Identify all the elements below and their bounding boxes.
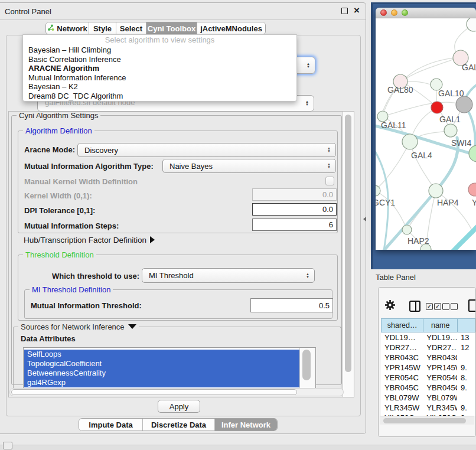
mi-steps-field[interactable]: 6 — [252, 219, 337, 231]
table-cell[interactable]: YBR045C — [381, 383, 423, 393]
network-node[interactable] — [468, 183, 476, 196]
table-cell[interactable]: YDR27… — [423, 343, 457, 353]
algorithm-option[interactable]: Bayesian – K2 — [23, 82, 296, 92]
network-edge[interactable] — [410, 142, 436, 191]
list-scrollbar-thumb[interactable] — [302, 350, 311, 380]
table-row[interactable]: YER054CYER054C8. — [381, 373, 475, 383]
tab-style[interactable]: Style — [89, 22, 116, 34]
network-canvas[interactable]: GALGAL80GAL10GAL11GAL1SWI4GAL4GCY1HAP4YH… — [376, 18, 476, 250]
table-row[interactable]: YBL079WYBL079W — [381, 393, 475, 403]
list-scrollbar[interactable] — [299, 348, 315, 390]
table-cell[interactable]: YER054C — [381, 373, 423, 383]
network-edge[interactable] — [402, 57, 459, 81]
deselect-all-icon[interactable] — [442, 303, 449, 310]
table-cell[interactable]: YDL19… — [381, 332, 423, 343]
deselect-all-icon[interactable] — [451, 303, 458, 310]
mi-type-combobox[interactable]: Naive Bayes ▲▼ — [162, 159, 336, 173]
column-header[interactable]: name — [423, 318, 457, 332]
settings-vertical-scrollbar[interactable] — [343, 112, 354, 397]
column-selector-icon[interactable] — [409, 301, 420, 312]
tab-impute-data[interactable]: Impute Data — [79, 419, 143, 431]
settings-hscrollbar-thumb[interactable] — [11, 389, 297, 395]
close-icon[interactable]: × — [354, 5, 360, 17]
network-edge[interactable] — [376, 142, 410, 191]
hub-definition-toggle[interactable]: Hub/Transcription Factor Definition — [24, 236, 155, 244]
aracne-mode-combobox[interactable]: Discovery ▲▼ — [77, 143, 336, 157]
data-attribute-item[interactable]: SelfLoops — [24, 350, 300, 359]
column-header[interactable] — [457, 318, 475, 332]
zoom-traffic-light-icon[interactable] — [402, 9, 408, 16]
table-cell[interactable]: 8. — [457, 373, 475, 383]
network-node[interactable] — [376, 185, 380, 196]
table-cell[interactable]: YPR145W — [423, 363, 457, 373]
table-cell[interactable]: YER054C — [423, 373, 457, 383]
table-cell[interactable]: YLR345W — [381, 403, 423, 413]
network-edge[interactable] — [450, 227, 476, 250]
apply-button[interactable]: Apply — [158, 400, 200, 413]
column-header[interactable]: shared… — [381, 318, 423, 332]
network-view-window[interactable]: GALGAL80GAL10GAL11GAL1SWI4GAL4GCY1HAP4YH… — [376, 8, 476, 250]
table-cell[interactable]: YLR345W — [423, 403, 457, 413]
table-row[interactable]: YDR27…YDR27…12 — [381, 343, 475, 353]
table-cell[interactable]: 9. — [457, 403, 475, 413]
table-row[interactable]: YLR345WYLR345W9. — [381, 403, 475, 413]
tab-cyni-toolbox[interactable]: Cyni Toolbox — [146, 22, 197, 34]
tab-jactivemnodules[interactable]: jActiveMNodules — [197, 22, 265, 34]
function-builder-icon[interactable] — [468, 299, 476, 312]
network-node[interactable] — [467, 18, 476, 31]
settings-vscrollbar-thumb[interactable] — [345, 115, 351, 372]
sources-toggle[interactable]: Sources for Network Inference — [18, 322, 139, 331]
tab-discretize-data[interactable]: Discretize Data — [143, 419, 215, 431]
network-node[interactable] — [456, 96, 472, 113]
network-window-titlebar[interactable] — [376, 8, 476, 18]
algorithm-option[interactable]: Bayesian – Hill Climbing — [23, 45, 296, 55]
table-hscrollbar-thumb[interactable] — [383, 418, 466, 423]
table-row[interactable]: YDL19…YDL19…13 — [381, 332, 475, 343]
table-cell[interactable]: YBR043C — [381, 353, 423, 363]
tab-infer-network[interactable]: Infer Network — [215, 419, 277, 431]
network-node[interactable] — [402, 134, 418, 149]
table-cell[interactable]: 13 — [457, 332, 475, 343]
network-edge[interactable] — [376, 191, 407, 230]
manual-kernel-checkbox[interactable] — [325, 177, 334, 185]
splitter-collapse-icon[interactable] — [363, 217, 366, 221]
table-cell[interactable] — [457, 393, 475, 403]
table-row[interactable]: YBR043CYBR043C — [381, 353, 475, 363]
minimize-traffic-light-icon[interactable] — [391, 9, 397, 16]
table-cell[interactable]: 9. — [457, 363, 475, 373]
table-cell[interactable]: 12 — [457, 343, 475, 353]
settings-horizontal-scrollbar[interactable] — [9, 388, 344, 396]
select-all-check-icon[interactable]: ✓ — [426, 303, 433, 310]
algorithm-option[interactable]: Basic Correlation Inference — [23, 55, 296, 64]
network-node[interactable] — [429, 184, 443, 198]
network-node[interactable] — [402, 225, 412, 234]
data-attributes-list[interactable]: SelfLoopsTopologicalCoefficientBetweenne… — [23, 347, 316, 391]
restore-panel-icon[interactable] — [3, 442, 12, 449]
network-edge[interactable] — [436, 191, 474, 234]
network-node[interactable] — [444, 124, 457, 137]
table-cell[interactable]: YDL19… — [423, 332, 457, 343]
algorithm-option[interactable]: ARACNE Algorithm — [23, 64, 296, 73]
select-all-check-icon[interactable]: ✓ — [434, 303, 441, 310]
table-cell[interactable]: 9. — [457, 383, 475, 393]
tab-network[interactable]: Network — [46, 22, 89, 34]
tab-select[interactable]: Select — [116, 22, 146, 34]
float-window-icon[interactable] — [341, 8, 348, 14]
table-cell[interactable]: YBR043C — [423, 353, 457, 363]
table-horizontal-scrollbar[interactable] — [380, 416, 474, 425]
table-cell[interactable]: YBR045C — [423, 383, 457, 393]
data-attribute-item[interactable]: TopologicalCoefficient — [24, 359, 300, 369]
network-node[interactable] — [469, 145, 476, 162]
algorithm-option[interactable]: Mutual Information Inference — [23, 73, 296, 83]
table-row[interactable]: YBR045CYBR045C9. — [381, 383, 475, 393]
close-traffic-light-icon[interactable] — [380, 9, 387, 16]
network-node[interactable] — [431, 102, 443, 113]
data-attribute-item[interactable]: BetweennessCentrality — [24, 369, 300, 378]
dpi-tolerance-field[interactable]: 0.0 — [252, 203, 337, 216]
kernel-width-field[interactable]: 0.0 — [252, 188, 337, 201]
table-cell[interactable]: YBL079W — [423, 393, 457, 403]
algorithm-option[interactable]: Dream8 DC_TDC Algorithm — [23, 92, 296, 101]
table-cell[interactable]: YPR145W — [381, 363, 423, 373]
table-row[interactable]: YPR145WYPR145W9. — [381, 363, 475, 373]
data-attribute-item[interactable]: gal4RGexp — [24, 378, 300, 387]
